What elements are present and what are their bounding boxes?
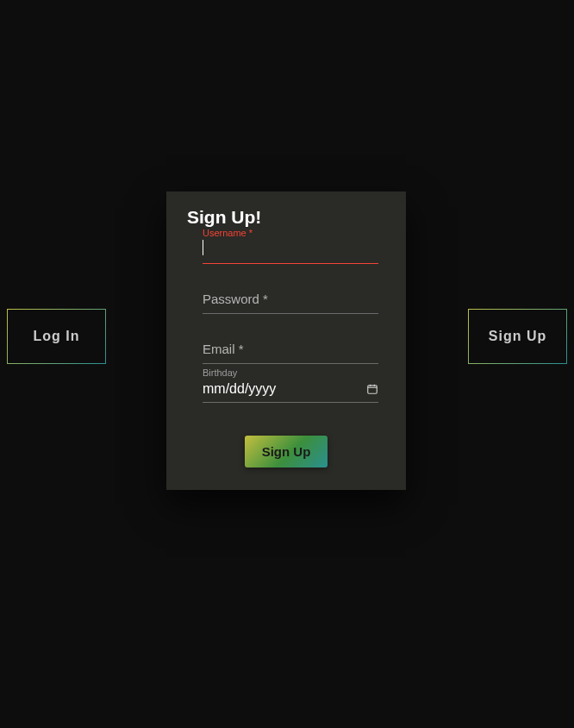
sign-up-submit-button[interactable]: Sign Up	[245, 436, 328, 468]
svg-rect-0	[368, 386, 377, 393]
birthday-input[interactable]: mm/dd/yyyy	[203, 380, 378, 403]
birthday-placeholder: mm/dd/yyyy	[203, 381, 276, 397]
password-label[interactable]: Password *	[203, 288, 378, 314]
password-field-group: Password *	[203, 288, 378, 314]
log-in-button[interactable]: Log In	[7, 309, 106, 364]
birthday-field-group: Birthday mm/dd/yyyy	[203, 380, 378, 403]
signup-modal: Sign Up! Username * Password * Email * B…	[166, 191, 406, 490]
username-field-group: Username *	[203, 240, 378, 264]
modal-title: Sign Up!	[187, 207, 385, 228]
submit-row: Sign Up	[187, 427, 385, 483]
text-cursor	[203, 240, 203, 255]
email-label[interactable]: Email *	[203, 338, 378, 364]
username-label: Username *	[203, 228, 253, 238]
sign-up-submit-label: Sign Up	[262, 444, 311, 459]
sign-up-side-button[interactable]: Sign Up	[468, 309, 567, 364]
log-in-label: Log In	[34, 329, 80, 344]
username-input[interactable]	[203, 240, 378, 264]
email-field-group: Email *	[203, 338, 378, 364]
calendar-icon[interactable]	[366, 383, 378, 395]
birthday-label: Birthday	[203, 367, 237, 378]
sign-up-side-label: Sign Up	[489, 329, 546, 344]
